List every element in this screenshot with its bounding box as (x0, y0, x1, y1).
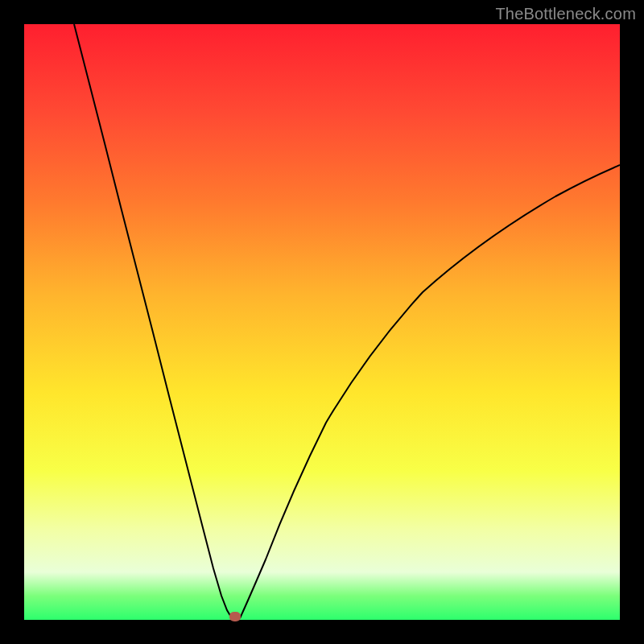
optimal-point-marker (229, 612, 241, 621)
chart-frame: TheBottleneck.com (0, 0, 644, 644)
watermark-text: TheBottleneck.com (495, 5, 636, 23)
curve-right-branch (240, 165, 620, 618)
bottleneck-curve (24, 24, 620, 620)
plot-area (24, 24, 620, 620)
curve-left-branch (74, 24, 232, 618)
